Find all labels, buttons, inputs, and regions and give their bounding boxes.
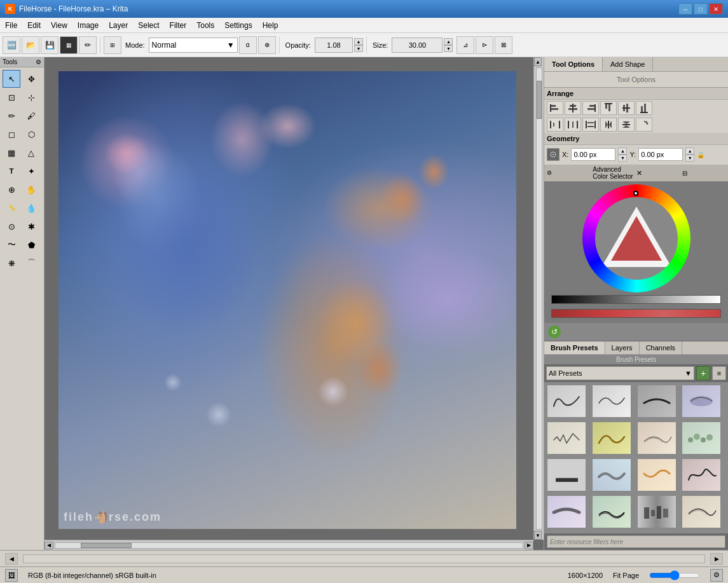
- tool-paint[interactable]: ✏: [3, 107, 20, 125]
- scroll-left-btn[interactable]: ◀: [45, 542, 53, 549]
- brush-item-16[interactable]: [682, 495, 721, 528]
- tool-magnetic-select[interactable]: ❋: [3, 254, 20, 272]
- brush-button[interactable]: ✏: [79, 36, 97, 54]
- opacity-input[interactable]: [315, 38, 353, 53]
- scroll-canvas-left[interactable]: ◀: [5, 553, 18, 565]
- tab-tool-options[interactable]: Tool Options: [544, 57, 603, 71]
- brush-item-15[interactable]: [637, 495, 676, 528]
- status-icon[interactable]: 🖼: [5, 569, 18, 582]
- mirror-h-button[interactable]: ⊿: [457, 36, 474, 54]
- pattern-button[interactable]: ▦: [60, 36, 78, 54]
- tool-polygon-select[interactable]: ⬟: [22, 236, 40, 254]
- size-down[interactable]: ▼: [444, 45, 453, 52]
- menu-help[interactable]: Help: [258, 18, 284, 32]
- opacity-down[interactable]: ▼: [354, 45, 363, 52]
- color-refresh-button[interactable]: ↺: [548, 326, 561, 338]
- menu-filter[interactable]: Filter: [165, 18, 192, 32]
- canvas-area[interactable]: fileh🐴rse.com ◀ ▶ ▲ ▼: [45, 57, 544, 550]
- scroll-up-btn[interactable]: ▲: [534, 57, 542, 66]
- brush-item-12[interactable]: [682, 458, 721, 491]
- distribute-right-btn[interactable]: [582, 118, 599, 132]
- save-button[interactable]: 💾: [41, 36, 58, 54]
- tool-pan[interactable]: ✋: [22, 181, 40, 198]
- tool-zoom[interactable]: ⊕: [3, 181, 20, 198]
- color-gradient-bar[interactable]: [551, 295, 721, 304]
- opacity-spinbox[interactable]: ▲ ▼: [354, 38, 363, 52]
- scroll-down-btn[interactable]: ▼: [534, 531, 542, 540]
- tab-channels[interactable]: Channels: [640, 341, 682, 354]
- preset-menu-button[interactable]: ≡: [712, 366, 726, 380]
- x-input[interactable]: [571, 148, 615, 161]
- menu-settings[interactable]: Settings: [219, 18, 257, 32]
- tool-fill[interactable]: ⬡: [22, 125, 40, 143]
- grid-button[interactable]: ⊞: [104, 36, 121, 54]
- menu-edit[interactable]: Edit: [22, 18, 46, 32]
- menu-file[interactable]: File: [0, 18, 22, 32]
- tool-eraser[interactable]: ◻: [3, 125, 20, 143]
- brush-item-7[interactable]: [637, 422, 676, 455]
- lock-aspect-btn[interactable]: 🔒: [697, 151, 704, 158]
- canvas-scrollbar-h[interactable]: ◀ ▶: [45, 540, 533, 550]
- brush-item-4[interactable]: [682, 385, 721, 418]
- all-presets-dropdown[interactable]: All Presets ▼: [546, 366, 694, 380]
- x-spinbox[interactable]: ▲ ▼: [618, 147, 627, 161]
- tab-layers[interactable]: Layers: [605, 341, 640, 354]
- align-center-v-btn[interactable]: [618, 101, 635, 115]
- tool-picker[interactable]: 💧: [22, 199, 40, 217]
- opacity-up[interactable]: ▲: [354, 38, 363, 45]
- canvas-image[interactable]: fileh🐴rse.com: [58, 71, 516, 529]
- minimize-button[interactable]: –: [678, 3, 692, 15]
- y-input[interactable]: [638, 148, 683, 161]
- tool-move[interactable]: ✥: [22, 70, 40, 88]
- brush-item-1[interactable]: [547, 385, 586, 418]
- color-wheel-wrapper[interactable]: [582, 184, 690, 292]
- distribute-center-btn[interactable]: [565, 118, 581, 132]
- flip-h-btn[interactable]: [600, 118, 617, 132]
- mirror-v-button[interactable]: ⊳: [476, 36, 493, 54]
- resource-filter-input[interactable]: [547, 535, 725, 548]
- preserve-alpha-button[interactable]: α: [239, 36, 257, 54]
- brush-item-8[interactable]: [682, 422, 721, 455]
- close-button[interactable]: ✕: [709, 3, 723, 15]
- tool-smart-patch[interactable]: ✱: [22, 217, 40, 235]
- brush-item-5[interactable]: [547, 422, 586, 455]
- distribute-left-btn[interactable]: [547, 118, 563, 132]
- brush-item-14[interactable]: [592, 495, 631, 528]
- wrap-button[interactable]: ⊠: [495, 36, 512, 54]
- scroll-right-btn[interactable]: ▶: [525, 542, 533, 549]
- align-right-btn[interactable]: [582, 101, 599, 115]
- menu-view[interactable]: View: [46, 18, 72, 32]
- new-file-button[interactable]: 🆕: [3, 36, 20, 54]
- rotate-btn[interactable]: [636, 118, 652, 132]
- zoom-slider[interactable]: [649, 570, 700, 580]
- align-left-btn[interactable]: [547, 101, 563, 115]
- size-up[interactable]: ▲: [444, 38, 453, 45]
- advanced-color-detach[interactable]: ⊟: [682, 170, 725, 177]
- align-center-h-btn[interactable]: [565, 101, 581, 115]
- tool-measure[interactable]: 📏: [3, 199, 20, 217]
- menu-image[interactable]: Image: [72, 18, 104, 32]
- scroll-canvas-right[interactable]: ▶: [710, 553, 723, 565]
- tool-bezier-select[interactable]: ⌒: [22, 254, 40, 272]
- brush-item-2[interactable]: [592, 385, 631, 418]
- brush-item-9[interactable]: [547, 458, 586, 491]
- brush-item-10[interactable]: [592, 458, 631, 491]
- tool-freehand-select[interactable]: 〜: [3, 236, 20, 254]
- tool-crop[interactable]: ⊡: [3, 88, 20, 106]
- tool-text[interactable]: T: [3, 162, 20, 180]
- scrollbar-track-h[interactable]: [55, 542, 523, 549]
- brush-item-3[interactable]: [637, 385, 676, 418]
- tool-shape[interactable]: △: [22, 144, 40, 161]
- tab-brush-presets[interactable]: Brush Presets: [544, 341, 605, 354]
- tool-transform[interactable]: ⊹: [22, 88, 40, 106]
- inherit-alpha-button[interactable]: ⊕: [258, 36, 276, 54]
- color-wheel-inner[interactable]: [595, 197, 678, 280]
- tab-add-shape[interactable]: Add Shape: [603, 57, 653, 71]
- size-input[interactable]: [392, 38, 443, 53]
- maximize-button[interactable]: □: [694, 3, 708, 15]
- menu-layer[interactable]: Layer: [104, 18, 133, 32]
- align-top-btn[interactable]: [600, 101, 617, 115]
- brush-item-11[interactable]: [637, 458, 676, 491]
- open-button[interactable]: 📂: [22, 36, 39, 54]
- canvas-scroll-track[interactable]: [23, 554, 705, 563]
